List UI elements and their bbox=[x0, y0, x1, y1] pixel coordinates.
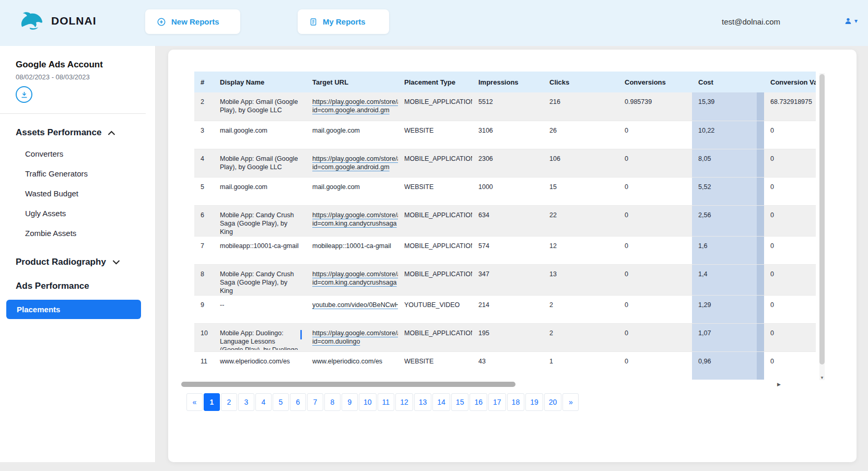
column-header: Display Name bbox=[214, 72, 306, 92]
table-header-row: #Display NameTarget URLPlacement TypeImp… bbox=[194, 72, 816, 92]
cell-display-name: Mobile App: Duolingo: Language Lessons (… bbox=[214, 323, 306, 351]
cell-conversion-value: 0 bbox=[764, 295, 816, 323]
cell-display-name: Mobile App: Candy Crush Saga (Google Pla… bbox=[214, 205, 306, 236]
display-name-text: Mobile App: Gmail (Google Play), by Goog… bbox=[220, 98, 300, 114]
table-row: 7mobileapp::10001-ca-gmailmobileapp::100… bbox=[194, 236, 816, 264]
cell-clicks: 1 bbox=[543, 351, 618, 380]
target-url-link[interactable]: youtube.com/video/0BeNCwHDii bbox=[312, 301, 398, 309]
cell-cost: 2,56 bbox=[692, 205, 764, 236]
pagination-page-8[interactable]: 8 bbox=[324, 393, 341, 411]
table-row: 4Mobile App: Gmail (Google Play), by Goo… bbox=[194, 149, 816, 177]
my-reports-label: My Reports bbox=[323, 17, 366, 26]
cell-conversions: 0 bbox=[618, 236, 692, 264]
chevron-up-icon bbox=[108, 131, 115, 135]
target-url-link[interactable]: https://play.google.com/store/ap id=com.… bbox=[312, 270, 398, 286]
chevron-down-icon bbox=[112, 260, 120, 265]
vertical-scrollbar-thumb[interactable] bbox=[819, 74, 825, 364]
horizontal-scrollbar-track bbox=[181, 382, 777, 387]
cell-impressions: 5512 bbox=[472, 92, 543, 121]
target-url-link[interactable]: https://play.google.com/store/ap id=com.… bbox=[312, 98, 398, 114]
sidebar-item-zombie-assets[interactable]: Zombie Assets bbox=[0, 223, 155, 243]
cell-target-url: mail.google.com bbox=[306, 177, 398, 205]
target-url-link[interactable]: https://play.google.com/store/ap id=com.… bbox=[312, 329, 398, 345]
sidebar-section-assets-performance[interactable]: Assets Performance bbox=[0, 127, 155, 138]
pagination-prev[interactable]: « bbox=[186, 393, 203, 411]
display-name-text: Mobile App: Candy Crush Saga (Google Pla… bbox=[220, 270, 300, 295]
pagination-page-4[interactable]: 4 bbox=[255, 393, 272, 411]
pagination-page-2[interactable]: 2 bbox=[221, 393, 237, 411]
pagination-page-9[interactable]: 9 bbox=[342, 393, 358, 411]
cell-conversions: 0 bbox=[618, 121, 692, 149]
sidebar-item-converters[interactable]: Converters bbox=[0, 144, 155, 164]
table-row: 2Mobile App: Gmail (Google Play), by Goo… bbox=[194, 92, 816, 121]
target-url-text: mail.google.com bbox=[312, 183, 360, 191]
sidebar-section-ads-performance[interactable]: Ads Performance bbox=[0, 281, 155, 291]
cell-conversions: 0 bbox=[618, 264, 692, 295]
scroll-down-arrow-icon[interactable]: ▼ bbox=[819, 375, 825, 380]
cell-placement-type: MOBILE_APPLICATION bbox=[398, 205, 472, 236]
sidebar-item-ugly-assets[interactable]: Ugly Assets bbox=[0, 204, 155, 223]
cell-cost: 10,22 bbox=[692, 121, 764, 149]
pagination-page-6[interactable]: 6 bbox=[290, 393, 306, 411]
cell-placement-type: MOBILE_APPLICATION bbox=[398, 323, 472, 351]
column-header: Impressions bbox=[472, 72, 543, 92]
pagination-page-12[interactable]: 12 bbox=[395, 393, 413, 411]
cell-conversion-value: 0 bbox=[764, 351, 816, 380]
table-row: 5mail.google.commail.google.comWEBSITE10… bbox=[194, 177, 816, 205]
pagination-page-16[interactable]: 16 bbox=[470, 393, 487, 411]
pagination-page-1[interactable]: 1 bbox=[204, 393, 220, 411]
cell-clicks: 26 bbox=[543, 121, 618, 149]
user-email: test@dolnai.com bbox=[722, 17, 780, 26]
brand-name: DOLNAI bbox=[51, 15, 97, 27]
download-icon bbox=[20, 91, 28, 99]
display-name-text: Mobile App: Candy Crush Saga (Google Pla… bbox=[220, 211, 300, 236]
target-url-link[interactable]: https://play.google.com/store/ap id=com.… bbox=[312, 211, 398, 227]
horizontal-scrollbar-thumb[interactable] bbox=[181, 382, 515, 387]
cell-cost: 5,52 bbox=[692, 177, 764, 205]
my-reports-button[interactable]: My Reports bbox=[298, 9, 389, 34]
ads-performance-label: Ads Performance bbox=[16, 281, 89, 291]
pagination-page-11[interactable]: 11 bbox=[378, 393, 395, 411]
pagination-page-15[interactable]: 15 bbox=[451, 393, 469, 411]
pagination-page-14[interactable]: 14 bbox=[432, 393, 450, 411]
cell-display-name: www.elperiodico.com/es bbox=[214, 351, 306, 380]
scroll-right-arrow-icon[interactable]: ▶ bbox=[777, 382, 781, 387]
column-header: Placement Type bbox=[398, 72, 472, 92]
pagination-page-13[interactable]: 13 bbox=[414, 393, 432, 411]
pagination-page-18[interactable]: 18 bbox=[507, 393, 525, 411]
target-url-link[interactable]: https://play.google.com/store/ap id=com.… bbox=[312, 155, 398, 171]
cell-display-name: Mobile App: Gmail (Google Play), by Goog… bbox=[214, 149, 306, 177]
pagination-page-10[interactable]: 10 bbox=[359, 393, 377, 411]
brand-logo: DOLNAI bbox=[18, 10, 97, 31]
cell-target-url: https://play.google.com/store/ap id=com.… bbox=[306, 205, 398, 236]
cell-placement-type: MOBILE_APPLICATION bbox=[398, 92, 472, 121]
column-header: # bbox=[194, 72, 214, 92]
cell-conversions: 0 bbox=[618, 351, 692, 380]
pagination-page-7[interactable]: 7 bbox=[307, 393, 323, 411]
cell-target-url: mail.google.com bbox=[306, 121, 398, 149]
cell-conversions: 0 bbox=[618, 177, 692, 205]
pagination-page-5[interactable]: 5 bbox=[273, 393, 289, 411]
pagination: «1234567891011121314151617181920» bbox=[186, 393, 579, 411]
cell-impressions: 1000 bbox=[472, 177, 543, 205]
pagination-next[interactable]: » bbox=[562, 393, 579, 411]
display-name-text: www.elperiodico.com/es bbox=[220, 357, 300, 366]
pagination-page-17[interactable]: 17 bbox=[488, 393, 506, 411]
cell-conversions: 0 bbox=[618, 295, 692, 323]
table-row: 10Mobile App: Duolingo: Language Lessons… bbox=[194, 323, 816, 351]
new-reports-button[interactable]: New Reports bbox=[145, 9, 240, 34]
sidebar-item-placements[interactable]: Placements bbox=[6, 300, 141, 319]
cell-conversion-value: 0 bbox=[764, 121, 816, 149]
user-menu[interactable]: ▾ bbox=[844, 17, 858, 25]
download-button[interactable] bbox=[16, 86, 32, 103]
cell-clicks: 2 bbox=[543, 323, 618, 351]
pagination-page-19[interactable]: 19 bbox=[525, 393, 543, 411]
pagination-page-3[interactable]: 3 bbox=[238, 393, 254, 411]
display-name-text: Mobile App: Duolingo: Language Lessons (… bbox=[220, 329, 300, 350]
sidebar-item-wasted-budget[interactable]: Wasted Budget bbox=[0, 184, 155, 204]
sidebar-section-product-radiography[interactable]: Product Radiography bbox=[0, 257, 155, 267]
sidebar-item-traffic-generators[interactable]: Traffic Generators bbox=[0, 164, 155, 184]
cell-placement-type: WEBSITE bbox=[398, 351, 472, 380]
cell-target-url: https://play.google.com/store/ap id=com.… bbox=[306, 264, 398, 295]
pagination-page-20[interactable]: 20 bbox=[544, 393, 562, 411]
